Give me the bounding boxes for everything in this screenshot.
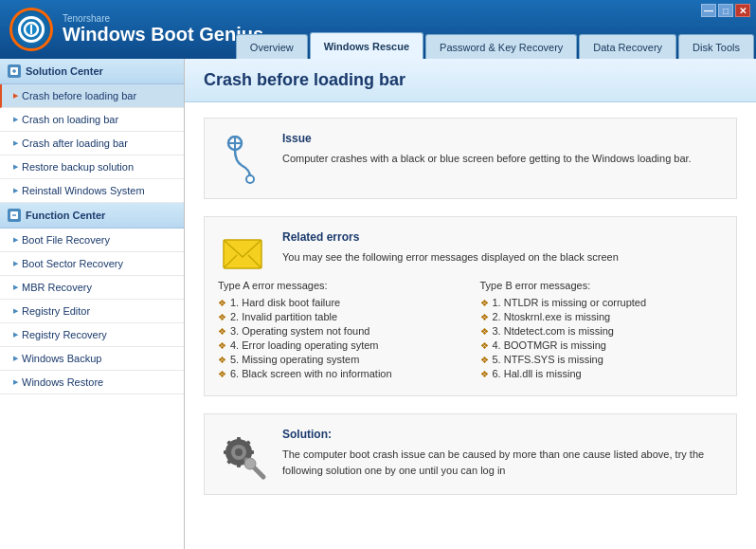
solution-icon-area [218, 428, 267, 481]
bullet-icon: ❖ [218, 340, 226, 351]
error-b-6: ❖6. Hal.dll is missing [480, 368, 724, 379]
solution-text: The computer boot crash issue can be cau… [282, 447, 723, 478]
sidebar-item-reinstall-windows-system[interactable]: Reinstall Windows System [0, 179, 184, 203]
bullet-icon: ❖ [480, 298, 489, 308]
tab-overview[interactable]: Overview [236, 34, 308, 59]
svg-point-17 [235, 448, 243, 456]
bullet-icon: ❖ [218, 326, 226, 337]
bullet-icon: ❖ [480, 369, 489, 379]
errors-description: You may see the following error messages… [282, 249, 619, 265]
gear-wrench-icon [218, 431, 267, 481]
title-bar-controls: — □ ✕ [701, 4, 750, 17]
tab-data-recovery[interactable]: Data Recovery [579, 34, 676, 59]
error-col-b: Type B error messages: ❖1. NTLDR is miss… [480, 280, 724, 382]
content-area: Crash before loading bar Issue [185, 59, 756, 549]
title-bar: Tenorshare Windows Boot Genius — □ ✕ Ove… [0, 0, 756, 59]
issue-icon-area [218, 132, 267, 185]
errors-icon-area [218, 230, 267, 270]
sidebar-item-boot-sector-recovery[interactable]: Boot Sector Recovery [0, 252, 184, 276]
tab-password-recovery[interactable]: Password & Key Recovery [425, 34, 577, 59]
function-center-icon [8, 209, 21, 222]
app-vendor: Tenorshare [63, 13, 263, 24]
type-b-header: Type B error messages: [480, 280, 724, 291]
solution-title: Solution: [282, 428, 723, 441]
sidebar-item-boot-file-recovery[interactable]: Boot File Recovery [0, 229, 184, 252]
sidebar-item-crash-on-loading-bar[interactable]: Crash on loading bar [0, 108, 184, 132]
svg-point-9 [247, 176, 253, 182]
solution-center-header: Solution Center [0, 59, 184, 84]
sidebar-item-restore-backup-solution[interactable]: Restore backup solution [0, 156, 184, 179]
app-logo-inner [18, 16, 45, 43]
bullet-icon: ❖ [480, 355, 489, 365]
bullet-icon: ❖ [218, 369, 226, 379]
content-body: Issue Computer crashes with a black or b… [185, 102, 756, 510]
issue-block: Issue Computer crashes with a black or b… [204, 118, 737, 199]
bullet-icon: ❖ [480, 340, 489, 351]
app-title-area: Tenorshare Windows Boot Genius [63, 13, 263, 46]
sidebar-item-registry-editor[interactable]: Registry Editor [0, 300, 184, 323]
main-container: Solution Center Crash before loading bar… [0, 59, 756, 549]
bullet-icon: ❖ [218, 355, 226, 365]
sidebar-item-crash-before-loading-bar[interactable]: Crash before loading bar [0, 84, 184, 108]
error-b-1: ❖1. NTLDR is missing or corrupted [480, 297, 724, 308]
errors-columns: Type A error messages: ❖1. Hard disk boo… [218, 280, 723, 382]
app-logo [9, 8, 53, 51]
nav-tabs: Overview Windows Rescue Password & Key R… [236, 32, 756, 59]
svg-rect-19 [237, 463, 241, 467]
error-b-3: ❖3. Ntdetect.com is missing [480, 325, 724, 337]
tab-windows-rescue[interactable]: Windows Rescue [310, 32, 423, 59]
close-button[interactable]: ✕ [735, 4, 750, 17]
solution-text-area: Solution: The computer boot crash issue … [282, 428, 723, 481]
content-title: Crash before loading bar [185, 59, 756, 102]
bullet-icon: ❖ [480, 312, 489, 322]
minimize-button[interactable]: — [701, 4, 716, 17]
bullet-icon: ❖ [480, 326, 489, 337]
error-a-6: ❖6. Black screen with no information [218, 368, 461, 379]
svg-rect-18 [237, 437, 241, 442]
error-a-5: ❖5. Missing operating system [218, 354, 461, 365]
error-a-2: ❖2. Invalid partition table [218, 311, 461, 322]
bullet-icon: ❖ [218, 312, 226, 322]
error-a-3: ❖3. Operating system not found [218, 325, 461, 337]
errors-block: Related errors You may see the following… [204, 216, 737, 396]
tab-disk-tools[interactable]: Disk Tools [678, 34, 754, 59]
errors-header-area: Related errors You may see the following… [282, 230, 619, 265]
errors-title: Related errors [282, 230, 619, 244]
sidebar-item-registry-recovery[interactable]: Registry Recovery [0, 323, 184, 347]
svg-rect-21 [249, 450, 254, 454]
error-a-1: ❖1. Hard disk boot failure [218, 297, 461, 308]
app-name: Windows Boot Genius [63, 24, 263, 46]
sidebar-item-windows-backup[interactable]: Windows Backup [0, 347, 184, 371]
solution-center-icon [8, 64, 21, 78]
stethoscope-icon [220, 136, 265, 185]
solution-block: Solution: The computer boot crash issue … [204, 413, 737, 495]
sidebar: Solution Center Crash before loading bar… [0, 59, 185, 549]
issue-text: Computer crashes with a black or blue sc… [282, 151, 692, 167]
type-a-header: Type A error messages: [218, 280, 461, 291]
svg-point-27 [244, 458, 256, 469]
svg-rect-20 [224, 450, 228, 454]
maximize-button[interactable]: □ [718, 4, 733, 17]
envelope-icon [222, 234, 263, 270]
sidebar-item-windows-restore[interactable]: Windows Restore [0, 371, 184, 394]
issue-title: Issue [282, 132, 692, 145]
sidebar-item-crash-after-loading-bar[interactable]: Crash after loading bar [0, 132, 184, 156]
sidebar-item-mbr-recovery[interactable]: MBR Recovery [0, 276, 184, 300]
error-b-4: ❖4. BOOTMGR is missing [480, 339, 724, 351]
error-b-2: ❖2. Ntoskrnl.exe is missing [480, 311, 724, 322]
error-b-5: ❖5. NTFS.SYS is missing [480, 354, 724, 365]
function-center-header: Function Center [0, 203, 184, 229]
error-a-4: ❖4. Error loading operating sytem [218, 339, 461, 351]
error-col-a: Type A error messages: ❖1. Hard disk boo… [218, 280, 461, 382]
bullet-icon: ❖ [218, 298, 226, 308]
issue-text-area: Issue Computer crashes with a black or b… [282, 132, 692, 185]
